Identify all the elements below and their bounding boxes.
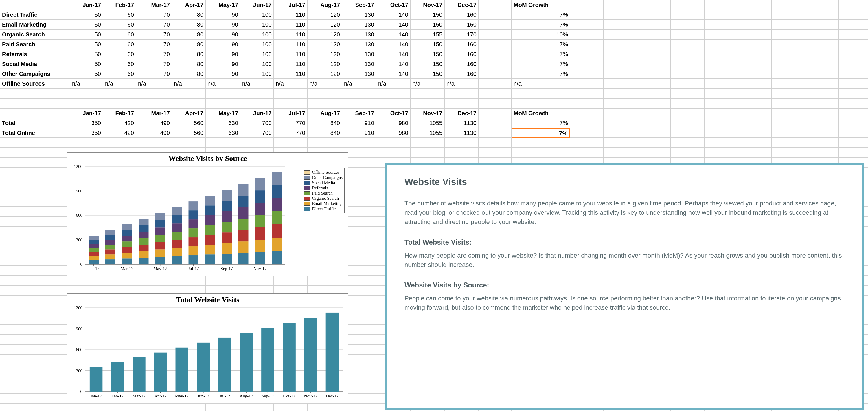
cell-empty[interactable] — [512, 98, 570, 108]
cell-empty[interactable] — [70, 89, 103, 98]
row-label[interactable]: Direct Traffic — [0, 10, 70, 20]
cell-empty[interactable] — [603, 148, 637, 157]
cell-value[interactable]: 170 — [444, 30, 478, 39]
cell-empty[interactable] — [805, 30, 838, 39]
cell-empty[interactable] — [172, 275, 206, 285]
cell-empty[interactable] — [0, 384, 70, 393]
cell-empty[interactable] — [603, 39, 637, 49]
cell-mom[interactable]: 10% — [512, 30, 570, 39]
cell-empty[interactable] — [704, 69, 738, 79]
cell-empty[interactable] — [603, 138, 637, 148]
cell-empty[interactable] — [671, 128, 704, 138]
cell-empty[interactable] — [704, 128, 738, 138]
cell-empty[interactable] — [0, 266, 70, 275]
cell-value[interactable]: 90 — [206, 20, 240, 30]
cell-value-na[interactable]: n/a — [172, 79, 206, 89]
cell-empty[interactable] — [838, 30, 868, 39]
cell-empty[interactable] — [671, 118, 704, 128]
cell-empty[interactable] — [738, 108, 771, 118]
cell-empty[interactable] — [671, 108, 704, 118]
cell-empty[interactable] — [0, 177, 70, 187]
cell-value[interactable]: 120 — [307, 69, 342, 79]
cell-empty[interactable] — [136, 404, 172, 411]
cell-empty[interactable] — [838, 128, 868, 138]
cell-value[interactable]: 910 — [342, 118, 376, 128]
cell-value[interactable]: 50 — [70, 59, 103, 69]
cell-empty[interactable] — [771, 59, 805, 69]
cell-value[interactable]: 1055 — [410, 118, 444, 128]
cell-empty[interactable] — [838, 39, 868, 49]
header-mom[interactable]: MoM Growth — [512, 0, 570, 10]
cell-value[interactable]: 120 — [307, 20, 342, 30]
cell-value[interactable]: 70 — [136, 49, 172, 59]
cell-value[interactable]: 560 — [172, 118, 206, 128]
cell-empty[interactable] — [603, 108, 637, 118]
cell-empty[interactable] — [838, 79, 868, 89]
cell-value[interactable]: 110 — [274, 59, 307, 69]
cell-value[interactable]: 120 — [307, 30, 342, 39]
header-month[interactable]: Feb-17 — [103, 0, 136, 10]
cell-value[interactable]: 350 — [70, 118, 103, 128]
cell-value[interactable]: 980 — [376, 128, 410, 138]
cell-empty[interactable] — [307, 138, 342, 148]
cell-value-na[interactable]: n/a — [274, 79, 307, 89]
cell-blank[interactable] — [478, 0, 512, 10]
cell-empty[interactable] — [637, 0, 671, 10]
cell-empty[interactable] — [738, 98, 771, 108]
header-month[interactable]: Sep-17 — [342, 108, 376, 118]
cell-empty[interactable] — [738, 79, 771, 89]
cell-empty[interactable] — [0, 187, 70, 197]
cell-empty[interactable] — [838, 118, 868, 128]
cell-empty[interactable] — [0, 98, 70, 108]
cell-empty[interactable] — [671, 98, 704, 108]
header-month[interactable]: Nov-17 — [410, 108, 444, 118]
cell-value[interactable]: 120 — [307, 49, 342, 59]
header-month[interactable]: Apr-17 — [172, 108, 206, 118]
cell-value[interactable]: 120 — [307, 39, 342, 49]
cell-value[interactable]: 150 — [410, 69, 444, 79]
cell-value[interactable]: 630 — [206, 128, 240, 138]
cell-mom-na[interactable]: n/a — [512, 79, 570, 89]
cell-empty[interactable] — [704, 0, 738, 10]
cell-empty[interactable] — [444, 148, 478, 157]
cell-empty[interactable] — [240, 98, 274, 108]
cell-blank[interactable] — [478, 20, 512, 30]
cell-empty[interactable] — [0, 364, 70, 374]
cell-empty[interactable] — [0, 226, 70, 236]
cell-empty[interactable] — [603, 69, 637, 79]
cell-empty[interactable] — [0, 285, 70, 295]
cell-value[interactable]: 70 — [136, 69, 172, 79]
cell-value[interactable]: 90 — [206, 59, 240, 69]
cell-empty[interactable] — [603, 89, 637, 98]
cell-empty[interactable] — [570, 98, 603, 108]
row-label[interactable]: Total — [0, 118, 70, 128]
cell-empty[interactable] — [838, 69, 868, 79]
cell-empty[interactable] — [512, 89, 570, 98]
cell-value[interactable]: 130 — [342, 59, 376, 69]
header-month[interactable]: Dec-17 — [444, 108, 478, 118]
cell-empty[interactable] — [671, 0, 704, 10]
header-month[interactable]: Aug-17 — [307, 0, 342, 10]
cell-empty[interactable] — [0, 325, 70, 334]
cell-value[interactable]: 140 — [376, 39, 410, 49]
cell-empty[interactable] — [704, 98, 738, 108]
cell-empty[interactable] — [0, 295, 70, 305]
cell-value-na[interactable]: n/a — [136, 79, 172, 89]
cell-empty[interactable] — [838, 20, 868, 30]
cell-value[interactable]: 140 — [376, 49, 410, 59]
cell-value[interactable]: 100 — [240, 20, 274, 30]
cell-empty[interactable] — [103, 275, 136, 285]
cell-blank[interactable] — [478, 128, 512, 138]
cell-empty[interactable] — [704, 138, 738, 148]
cell-value[interactable]: 130 — [342, 30, 376, 39]
cell-value[interactable]: 840 — [307, 118, 342, 128]
cell-value[interactable]: 80 — [172, 69, 206, 79]
cell-empty[interactable] — [570, 49, 603, 59]
row-label[interactable]: Paid Search — [0, 39, 70, 49]
cell-empty[interactable] — [0, 207, 70, 216]
cell-blank[interactable] — [0, 108, 70, 118]
row-label[interactable]: Organic Search — [0, 30, 70, 39]
cell-empty[interactable] — [570, 10, 603, 20]
cell-empty[interactable] — [637, 39, 671, 49]
cell-value[interactable]: 70 — [136, 39, 172, 49]
